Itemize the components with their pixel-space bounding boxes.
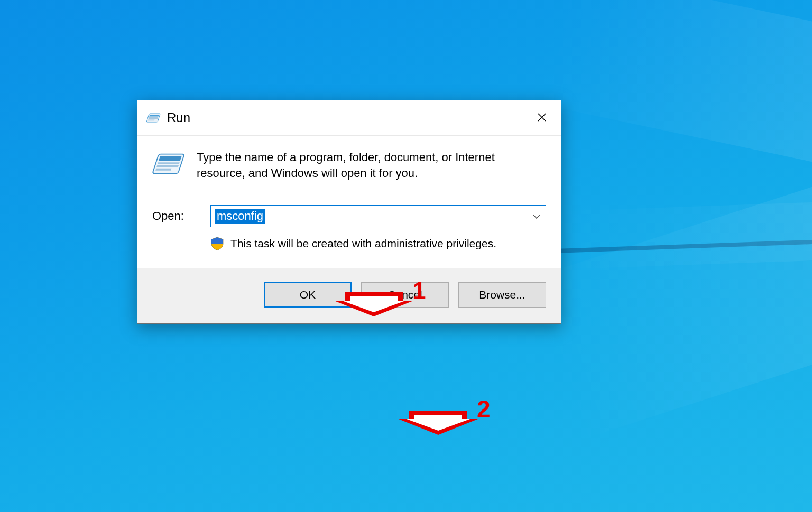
browse-button[interactable]: Browse... [458, 282, 546, 308]
run-app-icon [146, 112, 161, 124]
ok-button[interactable]: OK [264, 282, 352, 308]
svg-rect-4 [148, 120, 155, 121]
run-dialog: Run Type the name of a program [137, 100, 561, 324]
chevron-down-icon[interactable] [529, 211, 540, 222]
svg-rect-9 [155, 169, 171, 171]
cancel-button[interactable]: Cancel [361, 282, 449, 308]
svg-rect-1 [149, 115, 159, 117]
dialog-footer: OK Cancel Browse... [137, 268, 561, 323]
svg-rect-2 [149, 117, 158, 118]
dialog-title: Run [167, 110, 523, 125]
uac-shield-icon [210, 237, 224, 250]
open-combobox[interactable]: msconfig [210, 205, 546, 227]
dialog-description: Type the name of a program, folder, docu… [197, 150, 546, 181]
open-input[interactable] [214, 208, 529, 224]
open-label: Open: [152, 209, 198, 223]
svg-rect-3 [148, 118, 158, 119]
svg-rect-8 [156, 165, 179, 167]
dialog-content: Type the name of a program, folder, docu… [137, 136, 561, 268]
svg-rect-7 [158, 162, 180, 164]
admin-privileges-note: This task will be created with administr… [230, 237, 496, 250]
close-button[interactable] [523, 100, 561, 135]
run-large-icon [152, 152, 185, 177]
svg-rect-6 [159, 156, 182, 161]
title-bar[interactable]: Run [137, 100, 561, 136]
close-icon [537, 110, 547, 126]
